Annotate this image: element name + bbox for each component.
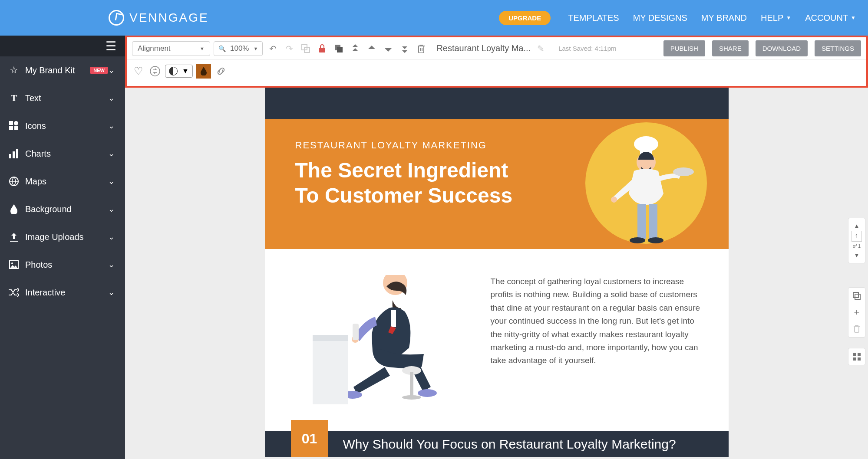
svg-rect-36: [855, 294, 860, 299]
copy-icon[interactable]: [332, 42, 345, 55]
new-badge: NEW: [90, 67, 108, 74]
image-icon: [7, 260, 21, 269]
sidebar-item-label: Photos: [25, 260, 108, 270]
publish-button[interactable]: PUBLISH: [663, 40, 705, 56]
svg-rect-33: [313, 335, 348, 404]
chef-icon: [598, 127, 694, 257]
bring-forward-icon[interactable]: [365, 42, 378, 55]
heart-icon[interactable]: ♡: [132, 65, 145, 78]
sidebar-item-text[interactable]: T Text ⌄: [0, 84, 125, 112]
sidebar-item-charts[interactable]: Charts ⌄: [0, 140, 125, 167]
lock-icon[interactable]: [316, 42, 329, 55]
star-icon: ☆: [7, 65, 21, 76]
nav-my-brand[interactable]: MY BRAND: [701, 13, 747, 23]
hamburger-icon[interactable]: ☰: [106, 39, 116, 53]
caret-down-icon: ▼: [200, 46, 205, 51]
grid-view-icon[interactable]: [848, 348, 865, 365]
sidebar-item-interactive[interactable]: Interactive ⌄: [0, 279, 125, 306]
hero-title[interactable]: The Secret Ingredient To Customer Succes…: [295, 158, 555, 208]
section-title[interactable]: Why Should You Focus on Restaurant Loyal…: [343, 437, 676, 452]
drop-icon: [200, 67, 207, 75]
sidebar-item-background[interactable]: Background ⌄: [0, 195, 125, 223]
bring-to-front-icon[interactable]: [349, 42, 362, 55]
edit-title-icon[interactable]: ✎: [534, 42, 547, 55]
nav-label: MY BRAND: [701, 13, 747, 23]
nav-account[interactable]: ACCOUNT▼: [805, 13, 856, 23]
upload-icon: [7, 232, 21, 242]
caret-down-icon: ▼: [182, 67, 189, 75]
hero-illustration[interactable]: [568, 140, 698, 233]
chevron-down-icon: ⌄: [108, 93, 115, 103]
zoom-dropdown[interactable]: 🔍 100% ▼: [214, 41, 263, 56]
chevron-down-icon: ⌄: [108, 204, 115, 214]
sidebar-item-icons[interactable]: Icons ⌄: [0, 112, 125, 140]
nav-templates[interactable]: TEMPLATES: [568, 13, 619, 23]
document-title: Restaurant Loyalty Ma...: [436, 43, 531, 53]
upgrade-button[interactable]: UPGRADE: [499, 11, 551, 25]
zoom-label: 100%: [230, 44, 249, 53]
sidebar-item-label: Interactive: [25, 288, 108, 298]
sidebar-item-photos[interactable]: Photos ⌄: [0, 251, 125, 279]
nav-my-designs[interactable]: MY DESIGNS: [633, 13, 687, 23]
svg-point-29: [418, 389, 437, 397]
link-icon[interactable]: [215, 65, 228, 78]
infographic-canvas[interactable]: RESTAURANT LOYALTY MARKETING The Secret …: [265, 88, 729, 457]
swap-icon[interactable]: [149, 65, 162, 78]
svg-point-32: [402, 395, 421, 400]
svg-point-9: [11, 262, 13, 264]
alignment-label: Alignment: [138, 44, 171, 53]
sidebar-item-brand-kit[interactable]: ☆ My Brand Kit NEW ⌄: [0, 56, 125, 84]
redo-icon[interactable]: ↷: [283, 42, 296, 55]
chevron-down-icon: ⌄: [108, 288, 115, 297]
sidebar-collapse-row: ☰: [0, 36, 125, 56]
sidebar: ☰ ☆ My Brand Kit NEW ⌄ T Text ⌄ Icons ⌄ …: [0, 36, 125, 459]
delete-page-icon[interactable]: [848, 321, 865, 337]
hero-title-line1: The Secret Ingredient: [295, 158, 555, 183]
sidebar-item-maps[interactable]: Maps ⌄: [0, 167, 125, 195]
hero-section: RESTAURANT LOYALTY MARKETING The Secret …: [265, 119, 729, 249]
canvas-area: RESTAURANT LOYALTY MARKETING The Secret …: [125, 88, 868, 459]
page-tools: +: [848, 287, 865, 338]
page-current[interactable]: 1: [851, 231, 862, 242]
sidebar-item-label: My Brand Kit: [25, 66, 86, 75]
sidebar-item-label: Charts: [25, 149, 108, 159]
settings-button[interactable]: SETTINGS: [815, 40, 861, 56]
send-backward-icon[interactable]: [382, 42, 395, 55]
hero-kicker[interactable]: RESTAURANT LOYALTY MARKETING: [295, 140, 555, 151]
icons-icon: [7, 121, 21, 131]
svg-point-24: [648, 237, 663, 243]
body-illustration[interactable]: [291, 275, 473, 414]
download-button[interactable]: DOWNLOAD: [756, 40, 808, 56]
section-bar: 01 Why Should You Focus on Restaurant Lo…: [265, 431, 729, 457]
chevron-down-icon: ⌄: [108, 121, 115, 131]
drop-icon: [7, 204, 21, 214]
group-icon[interactable]: [299, 42, 312, 55]
globe-icon: [7, 177, 21, 186]
send-to-back-icon[interactable]: [398, 42, 411, 55]
infographic-header-bar: [265, 88, 729, 119]
logo[interactable]: VENNGAGE: [109, 10, 209, 26]
add-page-icon[interactable]: +: [848, 304, 865, 321]
chevron-down-icon: ⌄: [108, 149, 115, 158]
undo-icon[interactable]: ↶: [266, 42, 279, 55]
alignment-dropdown[interactable]: Alignment ▼: [132, 41, 210, 56]
sidebar-item-uploads[interactable]: Image Uploads ⌄: [0, 223, 125, 251]
page-down-icon[interactable]: ▼: [854, 250, 860, 260]
last-saved-label: Last Saved: 4:11pm: [558, 45, 616, 52]
nav-help[interactable]: HELP▼: [761, 13, 791, 23]
toolbar-highlight: Alignment ▼ 🔍 100% ▼ ↶ ↷ Restaurant Loya…: [125, 36, 868, 88]
page-up-icon[interactable]: ▲: [854, 221, 860, 231]
contrast-dropdown[interactable]: ▼: [165, 65, 193, 78]
svg-rect-37: [853, 353, 856, 356]
trash-icon[interactable]: [415, 42, 428, 55]
duplicate-page-icon[interactable]: [848, 288, 865, 304]
svg-point-15: [150, 66, 160, 76]
share-button[interactable]: SHARE: [712, 40, 749, 56]
chevron-down-icon: ⌄: [108, 232, 115, 242]
color-swatch[interactable]: [196, 64, 211, 79]
svg-rect-0: [9, 121, 13, 125]
svg-rect-38: [858, 353, 861, 356]
svg-rect-4: [9, 154, 11, 158]
body-paragraph[interactable]: The concept of gathering loyal customers…: [491, 275, 703, 414]
section-number[interactable]: 01: [291, 420, 328, 457]
